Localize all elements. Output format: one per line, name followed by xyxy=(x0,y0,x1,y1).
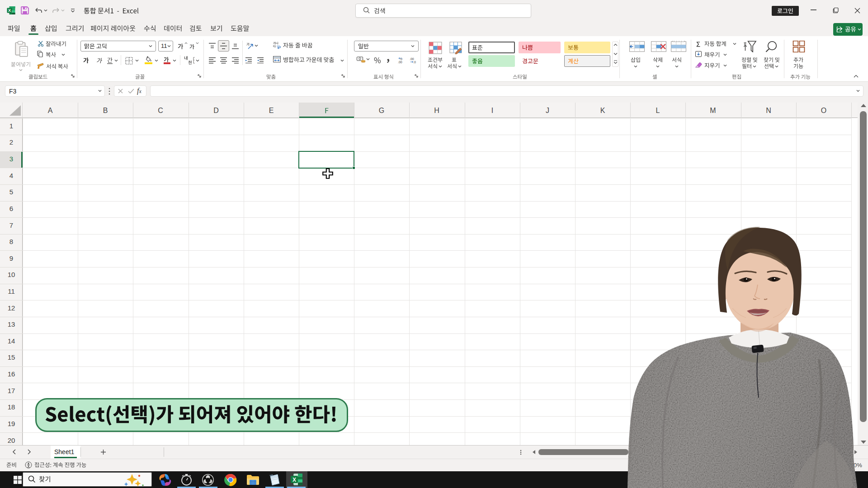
svg-text:X: X xyxy=(8,8,11,13)
svg-text:.00: .00 xyxy=(398,61,402,64)
svg-text:X: X xyxy=(292,477,296,483)
svg-text:.00: .00 xyxy=(410,57,414,61)
svg-text:.0: .0 xyxy=(413,61,416,64)
svg-text:.0: .0 xyxy=(400,57,402,61)
